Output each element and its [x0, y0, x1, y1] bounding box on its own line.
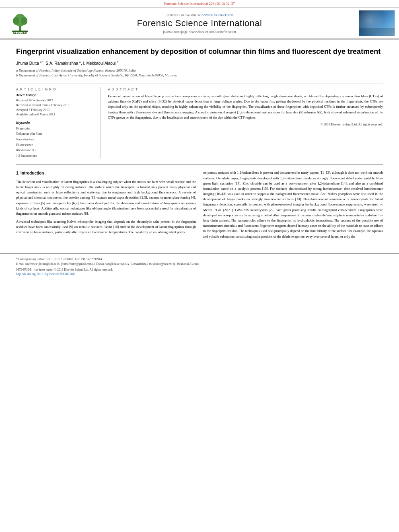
journal-header: ELSEVIER Contents lists available at Sci… [0, 8, 399, 39]
intro-para1: The detection and visualization of laten… [16, 179, 196, 216]
homepage-line: journal homepage: www.elsevier.com/locat… [43, 30, 356, 34]
elsevier-logo-area: ELSEVIER [4, 12, 40, 34]
history-title: Article history: [16, 93, 95, 97]
keyword-nanostructure: Nanostructure [16, 137, 95, 142]
keywords-title: Keywords: [16, 121, 95, 125]
keyword-indanedione: 1,2-Indanedione [16, 153, 95, 159]
sciverse-line: Contents lists available at SciVerse Sci… [43, 13, 356, 17]
elsevier-logo-icon: ELSEVIER [4, 12, 36, 34]
keyword-ctf: Columnar thin films [16, 131, 95, 137]
header-divider [16, 84, 383, 84]
affiliations: a Department of Physics, Indian Institut… [16, 68, 383, 78]
abstract-text: Enhanced visualization of latent fingerp… [108, 94, 383, 120]
footer-area: * Corresponding author. Tel.: +91 512 25… [0, 253, 399, 278]
body-columns: 1. Introduction The detection and visual… [16, 170, 383, 242]
authors-line: Jhuma Dutta a,*, S.A. Ramakrishna a, I. … [16, 60, 383, 65]
intro-para3: on porous surfaces with 1,2-indanedione … [203, 170, 383, 239]
author-names: Jhuma Dutta a,*, S.A. Ramakrishna a, I. … [16, 61, 118, 66]
article-history: Article history: Received 14 September 2… [16, 93, 95, 117]
keyword-fluorescence: Fluorescence [16, 142, 95, 148]
corresponding-author-note: * Corresponding author. Tel.: +91 512 25… [16, 257, 383, 262]
journal-center-header: Contents lists available at SciVerse Sci… [43, 13, 356, 34]
abstract-title: A B S T R A C T [108, 87, 383, 91]
email-label: E-mail addresses: [16, 262, 38, 266]
affiliation-b: b Department of Physics, Cadi Ayyad Univ… [16, 73, 383, 78]
journal-citation-bar: Forensic Science International 228 (2013… [0, 0, 399, 8]
body-left-column: 1. Introduction The detection and visual… [16, 170, 196, 242]
sciverse-link[interactable]: SciVerse ScienceDirect [202, 13, 234, 17]
keyword-fingerprint: Fingerprint [16, 126, 95, 131]
cover-image [359, 10, 395, 36]
history-revised: Received in revised form 5 February 2013 [16, 103, 95, 108]
article-info-title: A R T I C L E I N F O [16, 87, 95, 91]
email-addresses: jhuma@iitk.ac.in, jhuma7dutta@gmail.com … [39, 262, 200, 266]
body-right-column: on porous surfaces with 1,2-indanedione … [203, 170, 383, 242]
article-title: Fingerprint visualization enhancement by… [16, 47, 383, 56]
history-accepted: Accepted 8 February 2013 [16, 108, 95, 113]
doi-link[interactable]: http://dx.doi.org/10.1016/j.forsciint.20… [16, 272, 75, 276]
history-received: Received 14 September 2012 [16, 98, 95, 103]
affiliation-a: a Department of Physics, Indian Institut… [16, 68, 383, 73]
abstract-copyright: © 2013 Elsevier Ireland Ltd. All rights … [108, 123, 383, 126]
keyword-rhodamine: Rhodamine 6G [16, 148, 95, 153]
article-info-column: A R T I C L E I N F O Article history: R… [16, 87, 101, 158]
intro-para2: Advanced techniques like scanning Kelvin… [16, 219, 196, 235]
svg-point-3 [21, 17, 27, 25]
section1-heading: 1. Introduction [16, 170, 196, 177]
svg-point-2 [13, 17, 19, 25]
journal-cover-thumbnail [359, 10, 395, 36]
history-online: Available online 8 March 2013 [16, 112, 95, 117]
email-line: E-mail addresses: jhuma@iitk.ac.in, jhum… [16, 262, 383, 267]
abstract-section: A B S T R A C T Enhanced visualization o… [108, 87, 383, 158]
issn-line: 0379-0738/$ – see front matter © 2013 El… [16, 268, 383, 271]
doi-line: http://dx.doi.org/10.1016/j.forsciint.20… [16, 272, 383, 276]
svg-text:ELSEVIER: ELSEVIER [13, 31, 27, 34]
info-abstract-section: A R T I C L E I N F O Article history: R… [16, 87, 383, 158]
main-body-divider [16, 164, 383, 164]
journal-citation-text: Forensic Science International 228 (2013… [164, 2, 235, 6]
paper-content: Fingerprint visualization enhancement by… [0, 39, 399, 250]
keywords-section: Keywords: Fingerprint Columnar thin film… [16, 121, 95, 159]
journal-title: Forensic Science International [43, 18, 356, 29]
